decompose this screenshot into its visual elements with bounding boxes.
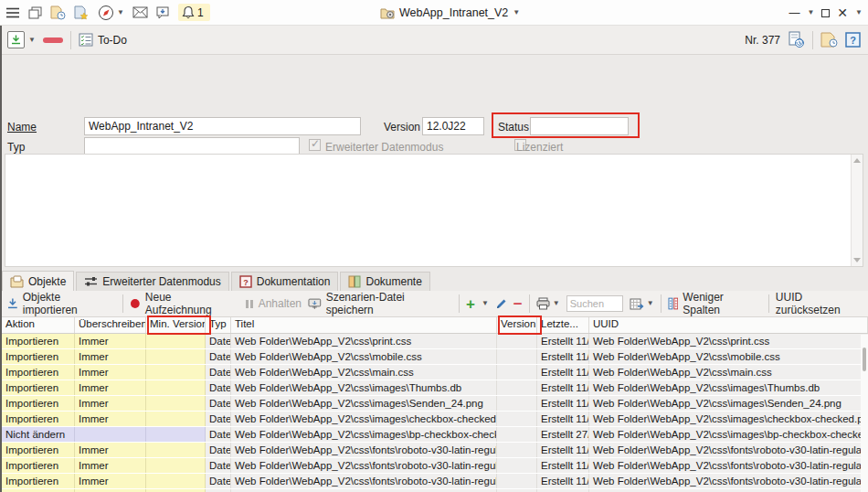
scroll-up-icon[interactable] xyxy=(853,158,861,163)
record-number: Nr. 377 xyxy=(745,34,780,47)
cell-uuid: Web Folder\WebApp_V2\css\fonts\roboto-v3… xyxy=(589,443,868,457)
objekte-importieren-button[interactable]: Objekte importieren xyxy=(7,291,116,316)
cell-uuid: Web Folder\WebApp_V2\css\print.css xyxy=(589,334,868,348)
help-icon[interactable]: ? xyxy=(845,32,861,48)
import-record-button[interactable]: ▼ xyxy=(7,31,36,48)
title-caret-icon[interactable]: ▼ xyxy=(513,9,520,16)
document-clock-icon[interactable] xyxy=(50,5,66,20)
folder-icon xyxy=(10,275,24,288)
history-document-icon[interactable] xyxy=(820,32,838,48)
tab-dokumentation[interactable]: ? Dokumentation xyxy=(231,272,339,291)
question-icon: ? xyxy=(239,275,252,288)
header-version[interactable]: Version xyxy=(497,317,537,333)
header-aktion[interactable]: Aktion xyxy=(2,317,75,333)
status-input[interactable] xyxy=(530,117,629,135)
app-record-icon xyxy=(380,6,395,19)
cell-ueberschreiben: Immer xyxy=(75,474,146,488)
cell-ueberschreiben: Immer xyxy=(75,365,146,380)
cell-ueberschreiben: Immer xyxy=(75,349,146,364)
cell-min-version xyxy=(146,334,206,348)
export-caret-icon[interactable]: ▼ xyxy=(647,300,654,307)
todo-button[interactable]: To-Do xyxy=(79,33,127,47)
header-letzte[interactable]: Letzte... xyxy=(537,317,589,333)
record-form: Name Version Status Typ Erweiterter Date… xyxy=(0,55,868,271)
export-table-button[interactable]: ▼ xyxy=(630,298,654,310)
sliders-icon xyxy=(84,276,98,287)
cell-version xyxy=(497,412,537,426)
bemerkung-textarea[interactable] xyxy=(5,154,863,267)
add-row-button[interactable]: + xyxy=(466,296,475,312)
header-uuid[interactable]: UUID xyxy=(589,317,868,333)
close-caret-icon[interactable]: ▼ xyxy=(855,9,863,16)
cell-typ: Datei xyxy=(206,427,231,442)
table-row[interactable]: ImportierenImmerDateiWeb Folder\WebApp_V… xyxy=(2,458,868,474)
erweiterter-datenmodus-checkbox[interactable] xyxy=(309,139,321,151)
navigate-icon[interactable]: ▼ xyxy=(98,5,124,21)
navigate-caret-icon[interactable]: ▼ xyxy=(117,9,124,16)
table-row[interactable]: ImportierenImmerDateiWeb Folder\WebApp_V… xyxy=(2,396,868,412)
cell-aktion: Importieren xyxy=(2,349,75,364)
delete-record-icon[interactable] xyxy=(43,37,63,43)
minimize-caret-icon[interactable]: ▼ xyxy=(807,9,814,16)
cell-min-version xyxy=(146,427,206,442)
header-min-version[interactable]: Min. Version xyxy=(146,317,206,333)
tab-objekte-label: Objekte xyxy=(28,275,66,288)
cell-version xyxy=(497,458,537,473)
version-input[interactable] xyxy=(422,117,484,135)
table-row[interactable]: ImportierenImmerDateiWeb Folder\WebApp_V… xyxy=(2,474,868,489)
header-titel[interactable]: Titel xyxy=(231,317,497,333)
header-ueberschreiben[interactable]: Überschreiben xyxy=(75,317,146,333)
table-body: ImportierenImmerDateiWeb Folder\WebApp_V… xyxy=(2,334,868,492)
table-scrollbar-thumb[interactable] xyxy=(863,348,866,371)
neue-aufzeichnung-button[interactable]: Neue Aufzeichnung xyxy=(130,291,238,316)
cell-min-version xyxy=(146,458,206,473)
document-star-icon[interactable] xyxy=(74,5,90,20)
typ-input[interactable] xyxy=(84,137,300,155)
print-caret-icon[interactable]: ▼ xyxy=(553,300,560,307)
cell-letzte: Erstellt 11/0... xyxy=(537,474,589,488)
record-history-icon[interactable] xyxy=(788,31,805,48)
notification-badge[interactable]: 1 xyxy=(178,4,210,21)
mail-icon[interactable] xyxy=(132,6,148,18)
close-button[interactable]: ✕ xyxy=(837,5,848,20)
cell-typ: Datei xyxy=(206,334,231,348)
table-row[interactable]: ImportierenImmerDateiWeb Folder\WebApp_V… xyxy=(2,380,868,396)
search-input[interactable] xyxy=(566,295,623,312)
table-row[interactable]: ImportierenImmerDateiWeb Folder\WebApp_V… xyxy=(2,443,868,458)
delete-row-button[interactable]: − xyxy=(513,296,523,312)
add-row-caret-icon[interactable]: ▼ xyxy=(482,300,489,307)
table-row[interactable]: Nicht ändernDateiWeb Folder\WebApp_V2\cs… xyxy=(2,427,868,443)
table-row[interactable]: ImportierenImmerDateiWeb Folder\WebApp_V… xyxy=(2,334,868,349)
edit-row-button[interactable] xyxy=(495,298,507,310)
cell-titel: Web Folder\WebApp_V2\css\images\checkbox… xyxy=(231,412,497,426)
weniger-spalten-button[interactable]: Weniger Spalten xyxy=(668,291,762,316)
minimize-button[interactable]: — xyxy=(789,6,799,19)
table-row[interactable]: ImportierenImmerDateiWeb Folder\WebApp_V… xyxy=(2,349,868,365)
cell-letzte: Erstellt 11/0... xyxy=(537,334,589,348)
table-scrollbar[interactable] xyxy=(861,335,868,492)
uuid-zuruecksetzen-button[interactable]: UUID zurücksetzen xyxy=(776,291,868,316)
tab-erweiterter-datenmodus[interactable]: Erweiterter Datenmodus xyxy=(76,272,228,291)
anhalten-button[interactable]: Anhalten xyxy=(245,297,302,310)
import-caret-icon[interactable]: ▼ xyxy=(28,37,36,44)
bemerkung-scrollbar[interactable] xyxy=(851,155,863,266)
cell-ueberschreiben: Immer xyxy=(75,443,146,457)
table-row[interactable]: ImportierenImmerDateiWeb Folder\WebApp_V… xyxy=(2,365,868,380)
name-input[interactable] xyxy=(84,117,361,135)
windows-icon[interactable] xyxy=(28,6,42,19)
header-typ[interactable]: Typ xyxy=(206,317,231,333)
maximize-button[interactable] xyxy=(821,9,830,17)
cell-uuid: Web Folder\WebApp_V2\css\images\Senden_2… xyxy=(589,396,868,411)
tab-objekte[interactable]: Objekte xyxy=(2,271,74,291)
tab-dokumente[interactable]: Dokumente xyxy=(340,272,429,291)
cell-aktion: Importieren xyxy=(2,458,75,473)
scroll-down-icon[interactable] xyxy=(853,258,861,262)
comment-flag-icon[interactable] xyxy=(156,6,170,19)
cell-typ: Datei xyxy=(206,474,231,488)
szenarien-speichern-button[interactable]: Szenarien-Datei speichern xyxy=(308,291,452,316)
print-button[interactable]: ▼ xyxy=(536,297,560,310)
table-row[interactable]: ImportierenImmerDateiWeb Folder\WebApp_V… xyxy=(2,412,868,427)
cell-typ: Datei xyxy=(206,412,231,426)
cell-uuid: Web Folder\WebApp_V2\css\main.css xyxy=(589,365,868,380)
menu-icon[interactable] xyxy=(5,6,20,19)
